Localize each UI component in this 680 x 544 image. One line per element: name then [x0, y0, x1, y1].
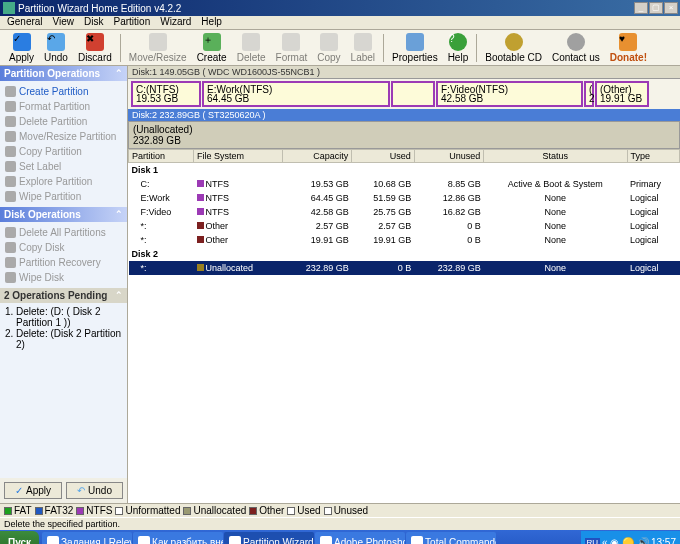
panel-item[interactable]: Delete All Partitions — [2, 225, 125, 240]
legend-swatch — [324, 507, 332, 515]
disk2-unallocated[interactable]: (Unallocated)232.89 GB — [128, 121, 680, 149]
action-icon — [5, 131, 16, 142]
left-panel: Partition Operations⌃ Create PartitionFo… — [0, 66, 128, 503]
clock[interactable]: 13:57 — [651, 537, 676, 545]
tray-icons[interactable]: « ◉ 🟡 🔊 — [602, 537, 649, 545]
panel-item[interactable]: Copy Partition — [2, 144, 125, 159]
moveresize-button[interactable]: Move/Resize — [124, 32, 192, 64]
close-button[interactable]: × — [664, 2, 678, 14]
col-header[interactable]: Used — [352, 150, 414, 163]
legend-item: NTFS — [76, 505, 112, 516]
pending-header[interactable]: 2 Operations Pending⌃ — [0, 288, 127, 303]
disk1-header: Disk:1 149.05GB ( WDC WD1600JS-55NCB1 ) — [128, 66, 680, 79]
action-icon — [5, 191, 16, 202]
table-row[interactable]: *:Other19.91 GB19.91 GB0 BNoneLogical — [129, 233, 680, 247]
minimize-button[interactable]: _ — [634, 2, 648, 14]
menu-wizard[interactable]: Wizard — [155, 16, 196, 29]
legend-swatch — [183, 507, 191, 515]
taskbar-item[interactable]: Adobe Photoshop — [315, 532, 405, 544]
collapse-icon: ⌃ — [115, 68, 123, 79]
collapse-icon: ⌃ — [115, 290, 123, 301]
help-button[interactable]: ?Help — [443, 32, 474, 64]
panel-item[interactable]: Create Partition — [2, 84, 125, 99]
bootable-button[interactable]: Bootable CD — [480, 32, 547, 64]
disk-block[interactable]: E:Work(NTFS)64.45 GB — [202, 81, 390, 107]
disk-block[interactable]: F:Video(NTFS)42.58 GB — [436, 81, 583, 107]
undo-button-left[interactable]: ↶Undo — [66, 482, 123, 499]
action-icon — [5, 257, 16, 268]
donate-button[interactable]: ♥Donate! — [605, 32, 652, 64]
apply-button[interactable]: ✓Apply — [4, 32, 39, 64]
lang-indicator[interactable]: RU — [585, 538, 601, 545]
disk2-header: Disk:2 232.89GB ( ST3250620A ) — [128, 109, 680, 121]
format-button[interactable]: Format — [271, 32, 313, 64]
table-row[interactable]: *:Other2.57 GB2.57 GB0 BNoneLogical — [129, 219, 680, 233]
undo-button[interactable]: ↶Undo — [39, 32, 73, 64]
delete-button[interactable]: Delete — [232, 32, 271, 64]
disk-block[interactable] — [391, 81, 435, 107]
panel-item[interactable]: Explore Partition — [2, 174, 125, 189]
main-content: Disk:1 149.05GB ( WDC WD1600JS-55NCB1 ) … — [128, 66, 680, 503]
legend-item: Unused — [324, 505, 368, 516]
partition-table[interactable]: PartitionFile SystemCapacityUsedUnusedSt… — [128, 149, 680, 275]
panel-item[interactable]: Wipe Disk — [2, 270, 125, 285]
panel-item[interactable]: Set Label — [2, 159, 125, 174]
maximize-button[interactable]: ▢ — [649, 2, 663, 14]
table-row[interactable]: E:WorkNTFS64.45 GB51.59 GB12.86 GBNoneLo… — [129, 191, 680, 205]
table-row[interactable]: *:Unallocated232.89 GB0 B232.89 GBNoneLo… — [129, 261, 680, 275]
col-header[interactable]: Status — [484, 150, 627, 163]
panel-item[interactable]: Wipe Partition — [2, 189, 125, 204]
action-icon — [5, 101, 16, 112]
taskbar-item[interactable]: Total Commander 7.0 - S... — [406, 532, 496, 544]
menu-partition[interactable]: Partition — [109, 16, 156, 29]
start-button[interactable]: Пуск — [0, 531, 39, 544]
app-icon — [138, 536, 150, 544]
col-header[interactable]: Type — [627, 150, 680, 163]
legend-item: Used — [287, 505, 320, 516]
menu-disk[interactable]: Disk — [79, 16, 108, 29]
panel-item[interactable]: Delete Partition — [2, 114, 125, 129]
menu-general[interactable]: General — [2, 16, 48, 29]
apply-button-left[interactable]: ✓Apply — [4, 482, 62, 499]
disk-block[interactable]: C:(NTFS)19.53 GB — [131, 81, 201, 107]
taskbar-item[interactable]: Partition Wizard Hom... — [224, 532, 314, 544]
disk1-map[interactable]: C:(NTFS)19.53 GBE:Work(NTFS)64.45 GBF:Vi… — [128, 79, 680, 109]
system-tray[interactable]: RU « ◉ 🟡 🔊 13:57 — [581, 531, 681, 544]
action-icon — [5, 161, 16, 172]
disk-label: Disk 2 — [129, 247, 680, 261]
copy-button[interactable]: Copy — [312, 32, 345, 64]
col-header[interactable]: File System — [194, 150, 283, 163]
col-header[interactable]: Partition — [129, 150, 194, 163]
disk-ops-header[interactable]: Disk Operations⌃ — [0, 207, 127, 222]
legend-swatch — [35, 507, 43, 515]
taskbar: Пуск Задания | RelevantMedi...Как разбит… — [0, 530, 680, 544]
properties-button[interactable]: Properties — [387, 32, 443, 64]
create-button[interactable]: ＋Create — [192, 32, 232, 64]
table-row[interactable]: F:VideoNTFS42.58 GB25.75 GB16.82 GBNoneL… — [129, 205, 680, 219]
taskbar-item[interactable]: Как разбить внешний д... — [133, 532, 223, 544]
disk-label: Disk 1 — [129, 163, 680, 178]
app-icon — [229, 536, 241, 544]
table-row[interactable]: C:NTFS19.53 GB10.68 GB8.85 GBActive & Bo… — [129, 177, 680, 191]
legend-item: Unformatted — [115, 505, 180, 516]
discard-button[interactable]: ✖Discard — [73, 32, 117, 64]
panel-item[interactable]: Copy Disk — [2, 240, 125, 255]
collapse-icon: ⌃ — [115, 209, 123, 220]
taskbar-item[interactable]: Задания | RelevantMedi... — [42, 532, 132, 544]
action-icon — [5, 227, 16, 238]
col-header[interactable]: Unused — [414, 150, 484, 163]
app-icon — [47, 536, 59, 544]
col-header[interactable]: Capacity — [282, 150, 352, 163]
partition-ops-header[interactable]: Partition Operations⌃ — [0, 66, 127, 81]
menu-help[interactable]: Help — [196, 16, 227, 29]
legend-swatch — [249, 507, 257, 515]
status-bar: Delete the specified partition. — [0, 517, 680, 530]
disk-block[interactable]: (2 — [584, 81, 594, 107]
disk-block[interactable]: (Other)19.91 GB — [595, 81, 649, 107]
menu-view[interactable]: View — [48, 16, 80, 29]
contact-button[interactable]: Contact us — [547, 32, 605, 64]
panel-item[interactable]: Format Partition — [2, 99, 125, 114]
label-button[interactable]: Label — [346, 32, 380, 64]
panel-item[interactable]: Move/Resize Partition — [2, 129, 125, 144]
panel-item[interactable]: Partition Recovery — [2, 255, 125, 270]
